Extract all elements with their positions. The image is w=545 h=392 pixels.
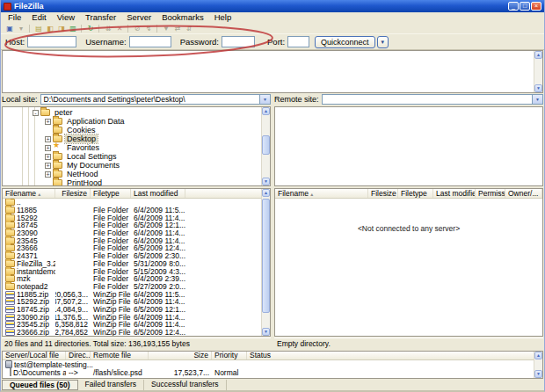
filter-icon[interactable]: ▼ [161, 24, 171, 33]
column-header-filename[interactable]: Filename ▴ [3, 189, 55, 198]
tree-item[interactable]: + NetHood [3, 170, 261, 178]
comparison-icon[interactable]: ⇄ [172, 24, 183, 33]
chevron-down-icon[interactable]: ▼ [532, 95, 542, 104]
menu-item[interactable]: Help [209, 12, 237, 23]
scroll-down-icon[interactable]: ▼ [534, 370, 542, 378]
tree-item[interactable]: + Application Data [3, 117, 261, 126]
column-header-direction[interactable]: Direc... [66, 352, 91, 359]
host-input[interactable] [27, 36, 76, 47]
file-name: 23666.zip [17, 328, 49, 336]
tree-item-label: Local Settings [65, 152, 119, 161]
tree-expander-icon[interactable]: + [45, 171, 51, 178]
menu-item[interactable]: Transfer [80, 12, 121, 23]
queue-remote-file: /flash/slice.psd [91, 368, 149, 377]
message-log-toggle-icon[interactable]: ▤ [33, 24, 44, 33]
scroll-up-icon[interactable]: ▲ [534, 51, 542, 59]
close-button[interactable]: × [531, 2, 541, 11]
menu-item[interactable]: Edit [26, 12, 51, 23]
username-input[interactable] [129, 36, 171, 47]
column-header-filetype[interactable]: Filetype [91, 189, 131, 198]
column-header-permissions[interactable]: Permissi... [476, 189, 505, 198]
tree-expander-icon[interactable]: + [45, 145, 51, 151]
remote-tree-toggle-icon[interactable]: ◨ [56, 24, 67, 33]
tree-expander-icon[interactable]: + [45, 136, 51, 142]
local-site-label: Local site: [2, 95, 38, 104]
scroll-up-icon[interactable]: ▲ [262, 107, 270, 115]
tree-item[interactable]: + My Documents [3, 161, 261, 170]
tree-item-label: My Documents [65, 161, 121, 170]
menu-item[interactable]: File [3, 12, 26, 23]
tab-failed-transfers[interactable]: Failed transfers [78, 380, 145, 390]
column-header-filesize[interactable]: Filesize [55, 189, 91, 198]
column-header-remote-file[interactable]: Remote file [91, 352, 149, 359]
scrollbar-thumb[interactable] [262, 135, 270, 155]
local-tree-scrollbar[interactable]: ▲ ▼ [261, 107, 270, 185]
menu-item[interactable]: Bookmarks [156, 12, 209, 23]
scroll-up-icon[interactable]: ▲ [534, 352, 542, 359]
maximize-button[interactable]: □ [520, 2, 530, 11]
site-manager-icon[interactable]: ▣ [4, 24, 15, 33]
tree-item[interactable]: + Local Settings [3, 152, 261, 161]
quickconnect-dropdown-icon[interactable]: ▼ [377, 36, 389, 48]
column-header-server-local-file[interactable]: Server/Local file [3, 352, 66, 359]
tree-expander-icon[interactable]: + [45, 119, 51, 125]
queue-file-row[interactable]: D:\Documents and S... --> /flash/slice.p… [3, 368, 542, 376]
folder-icon [53, 179, 62, 186]
disconnect-icon[interactable]: ⊘ [132, 24, 142, 33]
toolbar-separator[interactable] [29, 25, 31, 33]
tree-item[interactable]: Cookies [3, 126, 261, 134]
local-tree-panel: - peter + Application Data [2, 106, 271, 186]
tab-queued-files[interactable]: Queued files (50) [2, 380, 78, 390]
local-site-combo[interactable]: D:\Documents and Settings\peter\Desktop\… [40, 94, 271, 105]
minimize-button[interactable]: _ [508, 2, 519, 11]
column-header-priority[interactable]: Priority [212, 352, 247, 359]
tree-item[interactable]: - peter [3, 108, 261, 117]
local-tree-toggle-icon[interactable]: ◧ [45, 24, 55, 33]
tree-expander-icon[interactable]: + [45, 163, 51, 169]
tree-item[interactable]: PrintHood [3, 178, 261, 186]
queue-toggle-icon[interactable]: ▥ [68, 24, 78, 33]
toolbar-separator[interactable] [127, 25, 129, 33]
message-log: ▲ ▼ [2, 50, 543, 93]
message-log-scrollbar[interactable]: ▲ ▼ [534, 51, 542, 92]
remote-site-combo[interactable]: ▼ [322, 94, 543, 105]
column-header-last-modified[interactable]: Last modified [131, 189, 185, 198]
refresh-icon[interactable]: ↻ [85, 24, 96, 33]
scroll-down-icon[interactable]: ▼ [262, 178, 270, 185]
column-header-filesize[interactable]: Filesize [368, 189, 398, 198]
site-manager-dropdown-icon[interactable]: ▾ [16, 24, 26, 33]
scrollbar-thumb[interactable] [262, 199, 270, 313]
column-header-owner[interactable]: Owner/... [505, 189, 542, 198]
sync-browse-icon[interactable]: ⇵ [184, 24, 194, 33]
process-queue-icon[interactable]: ⇊ [103, 24, 113, 33]
scroll-down-icon[interactable]: ▼ [262, 328, 270, 336]
quickconnect-button[interactable]: Quickconnect [315, 36, 375, 48]
cancel-icon[interactable]: ✕ [114, 24, 125, 33]
reconnect-icon[interactable]: ↯ [143, 24, 154, 33]
port-input[interactable] [287, 36, 309, 47]
column-header-filetype[interactable]: Filetype [398, 189, 433, 198]
folder-icon [5, 283, 15, 290]
tab-successful-transfers[interactable]: Successful transfers [144, 380, 227, 390]
tree-item[interactable]: + Favorites [3, 143, 261, 152]
column-header-size[interactable]: Size [149, 352, 212, 359]
tree-item[interactable]: + Desktop [3, 134, 261, 143]
scroll-down-icon[interactable]: ▼ [534, 84, 542, 92]
column-header-last-modified[interactable]: Last modified [433, 189, 476, 198]
menu-item[interactable]: View [52, 12, 80, 23]
tree-item-label: Cookies [65, 126, 98, 134]
toolbar-separator[interactable] [98, 25, 100, 33]
queue-scrollbar[interactable]: ▲ ▼ [534, 352, 542, 378]
local-tree: - peter + Application Data [3, 108, 261, 186]
toolbar-separator[interactable] [81, 25, 83, 33]
local-list-scrollbar[interactable]: ▲ ▼ [261, 189, 270, 336]
tree-expander-icon[interactable]: - [33, 110, 39, 116]
column-header-filename[interactable]: Filename ▴ [275, 189, 368, 198]
tree-expander-icon[interactable]: + [45, 154, 51, 160]
column-header-status[interactable]: Status [247, 352, 542, 359]
toolbar-separator[interactable] [156, 25, 158, 33]
scroll-up-icon[interactable]: ▲ [262, 189, 270, 197]
chevron-down-icon[interactable]: ▼ [259, 95, 270, 104]
menu-item[interactable]: Server [121, 12, 156, 23]
password-input[interactable] [222, 36, 255, 47]
